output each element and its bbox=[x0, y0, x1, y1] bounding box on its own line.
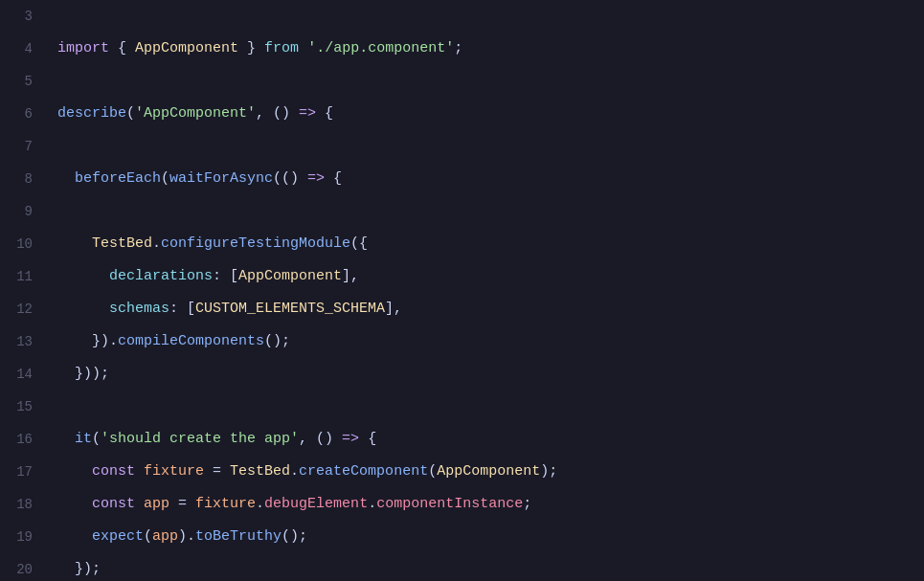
line-num-6: 6 bbox=[15, 98, 33, 130]
line-num-11: 11 bbox=[15, 260, 33, 293]
line-num-8: 8 bbox=[15, 163, 33, 195]
code-editor: 3 4 5 6 7 8 9 10 11 12 13 14 15 16 17 18… bbox=[0, 0, 924, 581]
code-line-9 bbox=[57, 195, 914, 228]
line-num-7: 7 bbox=[15, 130, 33, 163]
line-num-3: 3 bbox=[15, 0, 33, 33]
line-num-20: 20 bbox=[15, 553, 33, 581]
code-line-7 bbox=[57, 130, 914, 163]
line-num-4: 4 bbox=[15, 33, 33, 65]
line-num-10: 10 bbox=[15, 228, 33, 260]
code-line-11: declarations: [AppComponent], bbox=[57, 260, 914, 293]
line-num-5: 5 bbox=[15, 65, 33, 98]
code-line-19: expect(app).toBeTruthy(); bbox=[57, 521, 914, 553]
line-num-14: 14 bbox=[15, 358, 33, 391]
code-line-16: it('should create the app', () => { bbox=[57, 423, 914, 456]
code-line-20: }); bbox=[57, 553, 914, 581]
line-num-12: 12 bbox=[15, 293, 33, 325]
code-line-14: })); bbox=[57, 358, 914, 391]
code-line-13: }).compileComponents(); bbox=[57, 325, 914, 358]
code-line-15 bbox=[57, 391, 914, 423]
line-num-18: 18 bbox=[15, 488, 33, 521]
code-line-18: const app = fixture.debugElement.compone… bbox=[57, 488, 914, 521]
code-line-12: schemas: [CUSTOM_ELEMENTS_SCHEMA], bbox=[57, 293, 914, 325]
code-line-10: TestBed.configureTestingModule({ bbox=[57, 228, 914, 260]
line-num-13: 13 bbox=[15, 325, 33, 358]
code-line-5 bbox=[57, 65, 914, 98]
line-num-9: 9 bbox=[15, 195, 33, 228]
code-content: import { AppComponent } from './app.comp… bbox=[48, 0, 924, 581]
code-line-17: const fixture = TestBed.createComponent(… bbox=[57, 456, 914, 488]
line-num-15: 15 bbox=[15, 391, 33, 423]
line-num-16: 16 bbox=[15, 423, 33, 456]
code-line-3 bbox=[57, 0, 914, 33]
code-line-6: describe('AppComponent', () => { bbox=[57, 98, 914, 130]
line-num-19: 19 bbox=[15, 521, 33, 553]
line-numbers: 3 4 5 6 7 8 9 10 11 12 13 14 15 16 17 18… bbox=[0, 0, 48, 581]
line-num-17: 17 bbox=[15, 456, 33, 488]
code-line-8: beforeEach(waitForAsync(() => { bbox=[57, 163, 914, 195]
code-line-4: import { AppComponent } from './app.comp… bbox=[57, 33, 914, 65]
